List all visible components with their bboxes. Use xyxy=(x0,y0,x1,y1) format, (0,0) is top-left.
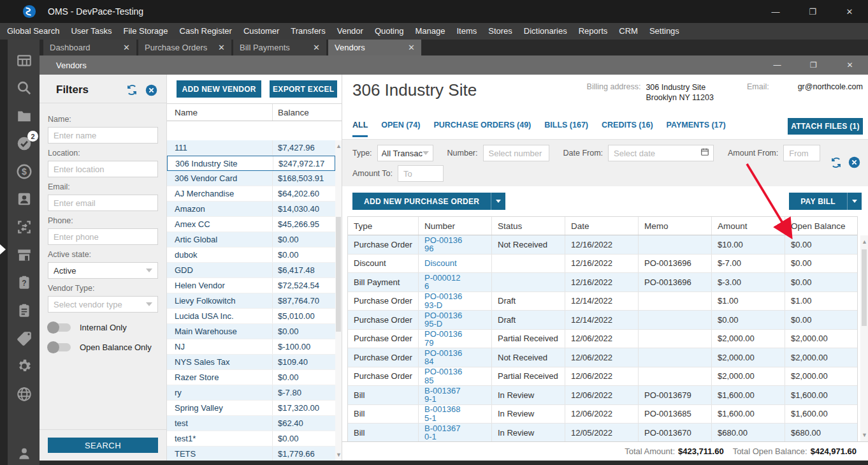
txn-cell-number[interactable]: B-001367 9-1 xyxy=(419,386,492,404)
vendor-col-name[interactable]: Name xyxy=(167,104,273,121)
txn-cell-number[interactable]: PO-00136 84 xyxy=(419,348,492,367)
vendor-name[interactable]: ry xyxy=(167,385,273,400)
txn-row[interactable]: BillB-001367 0-1In Review12/05/2022PO-00… xyxy=(348,424,857,441)
workspace-tab-purchase-orders[interactable]: Purchase Orders✕ xyxy=(138,40,231,55)
vendor-row-test1[interactable]: test1*$0.00 xyxy=(167,431,335,447)
transfer-scan-icon[interactable] xyxy=(16,219,33,235)
vendor-row-306-vendor-card[interactable]: 306 Vendor Card$168,503.91 xyxy=(167,171,335,186)
clipboard-list-icon[interactable] xyxy=(16,302,33,319)
txn-number-link[interactable]: PO-00136 85 xyxy=(424,367,462,385)
export-excel-button[interactable]: EXPORT EXCEL xyxy=(270,80,337,98)
workspace-tab-vendors[interactable]: Vendors✕ xyxy=(328,40,421,55)
txn-cell-number[interactable]: PO-00136 85 xyxy=(419,367,492,386)
detail-tab-bills-167[interactable]: BILLS (167) xyxy=(544,121,588,137)
detail-tab-payments-17[interactable]: PAYMENTS (17) xyxy=(667,121,726,137)
workspace-tab-dashboard[interactable]: Dashboard✕ xyxy=(43,40,136,55)
attach-files-button[interactable]: ATTACH FILES (1) xyxy=(788,118,863,135)
txn-number-link[interactable]: Discount xyxy=(424,259,457,268)
tab-close-icon[interactable]: ✕ xyxy=(119,43,130,52)
vendor-type-select[interactable]: Select vendor type xyxy=(48,296,158,313)
window-restore-button[interactable]: ❐ xyxy=(794,0,831,23)
vendor-name[interactable]: Spring Valley xyxy=(167,401,273,415)
txn-cell-number[interactable]: B-001367 0-1 xyxy=(419,424,492,441)
user-profile-icon[interactable] xyxy=(16,445,33,462)
vendor-name[interactable]: Amazon xyxy=(167,202,273,216)
filter-input-phone[interactable] xyxy=(48,228,158,245)
vendor-row-nys-sales-tax[interactable]: NYS Sales Tax$109.40 xyxy=(167,355,335,370)
menu-item-user-tasks[interactable]: User Tasks xyxy=(65,23,117,40)
txn-row[interactable]: Purchase OrderPO-00136 96Not Received12/… xyxy=(348,235,857,255)
vendor-row-nj[interactable]: NJ$-100.00 xyxy=(167,339,335,355)
tasks-check-icon[interactable]: 2 xyxy=(16,135,33,152)
vendor-name[interactable]: TETS xyxy=(167,447,273,461)
txn-cell-number[interactable]: PO-00136 93-D xyxy=(419,292,492,311)
vendor-name[interactable]: 111 xyxy=(167,140,273,155)
vendor-row-lievy-folkowitch[interactable]: Lievy Folkowitch$87,764.70 xyxy=(167,293,335,309)
filter-input-name[interactable] xyxy=(48,127,158,144)
txn-row[interactable]: Purchase OrderPO-00136 79Partial Receive… xyxy=(348,330,857,349)
transactions-refresh-icon[interactable] xyxy=(830,157,842,171)
add-new-vendor-button[interactable]: ADD NEW VENDOR xyxy=(177,80,261,98)
vendor-name[interactable]: Main Warehouse xyxy=(167,324,273,339)
add-new-purchase-order-button[interactable]: ADD NEW PURCHASE ORDER xyxy=(352,193,491,210)
vendors-restore-button[interactable]: ❐ xyxy=(795,55,832,75)
tag-icon[interactable] xyxy=(16,330,33,347)
sidebar-expand-arrow[interactable] xyxy=(0,244,6,255)
txn-number-link[interactable]: PO-00136 93-D xyxy=(424,292,462,309)
vendor-row-306-industry-site[interactable]: 306 Industry Site$247,972.17 xyxy=(167,156,335,171)
vendor-row-ry[interactable]: ry$-7.80 xyxy=(167,385,335,401)
txn-number-link[interactable]: B-001367 9-1 xyxy=(424,387,460,404)
vendor-row-aj-merchandise[interactable]: AJ Merchandise$64,202.60 xyxy=(167,186,335,202)
customer-contact-icon[interactable] xyxy=(16,191,33,207)
filters-refresh-icon[interactable] xyxy=(126,84,138,96)
transactions-clear-filter-icon[interactable] xyxy=(848,156,860,171)
txn-row[interactable]: Purchase OrderPO-00136 95-DDraft12/14/20… xyxy=(348,311,857,330)
add-po-dropdown-button[interactable] xyxy=(491,193,505,210)
txn-row[interactable]: Bill PaymentP-000012 612/16/2022PO-00136… xyxy=(348,273,857,292)
detail-tab-credits-16[interactable]: CREDITS (16) xyxy=(602,121,653,137)
vendor-row-111[interactable]: 111$7,427.96 xyxy=(167,140,335,156)
folder-icon[interactable] xyxy=(16,108,33,124)
toggle-internal-only[interactable] xyxy=(48,323,71,332)
vendor-row-artic-global[interactable]: Artic Global$0.00 xyxy=(167,232,335,247)
tab-close-icon[interactable]: ✕ xyxy=(214,43,225,52)
scroll-up-icon[interactable]: ▲ xyxy=(336,143,341,149)
menu-item-global-search[interactable]: Global Search xyxy=(1,23,65,40)
dashboard-icon[interactable] xyxy=(16,52,33,69)
txn-col-status[interactable]: Status xyxy=(492,217,565,235)
menu-item-cash-register[interactable]: Cash Register xyxy=(174,23,238,40)
vendor-name[interactable]: AJ Merchandise xyxy=(167,186,273,201)
search-icon[interactable] xyxy=(16,80,33,96)
vendors-minimize-button[interactable]: ― xyxy=(759,55,795,75)
filter-input-location[interactable] xyxy=(48,161,158,177)
txn-cell-number[interactable]: PO-00136 95-D xyxy=(419,311,492,329)
scroll-down-icon[interactable]: ▼ xyxy=(336,452,341,458)
menu-item-stores[interactable]: Stores xyxy=(482,23,518,40)
menu-item-transfers[interactable]: Transfers xyxy=(285,23,331,40)
menu-item-file-storage[interactable]: File Storage xyxy=(117,23,173,40)
detail-tab-purchase-orders-49[interactable]: PURCHASE ORDERS (49) xyxy=(433,121,531,137)
menu-item-vendor[interactable]: Vendor xyxy=(331,23,369,40)
vendor-row-lucida-usa-inc[interactable]: Lucida USA Inc.$5,010.00 xyxy=(167,309,335,324)
txn-cell-number[interactable]: P-000012 6 xyxy=(419,273,492,292)
window-close-button[interactable]: ✕ xyxy=(831,0,868,23)
vendor-row-test[interactable]: test$62.40 xyxy=(167,416,335,431)
vendor-name[interactable]: 306 Industry Site xyxy=(168,156,273,170)
workspace-tab-bill-payments[interactable]: Bill Payments✕ xyxy=(233,40,326,55)
vendor-row-tets[interactable]: TETS$1,779.66 xyxy=(167,447,335,461)
settings-gear-icon[interactable] xyxy=(16,358,33,374)
txn-cell-number[interactable]: PO-00136 79 xyxy=(419,330,492,348)
txn-col-type[interactable]: Type xyxy=(348,217,419,235)
txn-col-memo[interactable]: Memo xyxy=(639,217,712,235)
vendors-close-button[interactable]: ✕ xyxy=(832,55,868,75)
txn-number-link[interactable]: PO-00136 96 xyxy=(424,236,462,253)
txn-cell-number[interactable]: Discount xyxy=(419,255,492,273)
clipboard-question-icon[interactable]: ? xyxy=(16,274,33,291)
txn-number-link[interactable]: P-000012 6 xyxy=(424,274,460,291)
txn-row[interactable]: DiscountDiscount12/16/2022PO-0013696$-7.… xyxy=(348,255,857,274)
txn-number-link[interactable]: B-001367 0-1 xyxy=(424,424,460,441)
globe-icon[interactable] xyxy=(16,386,33,402)
type-select[interactable]: All Transactions xyxy=(377,145,433,161)
search-button[interactable]: SEARCH xyxy=(48,438,158,453)
vendor-row-gdd[interactable]: GDD$6,417.48 xyxy=(167,263,335,278)
